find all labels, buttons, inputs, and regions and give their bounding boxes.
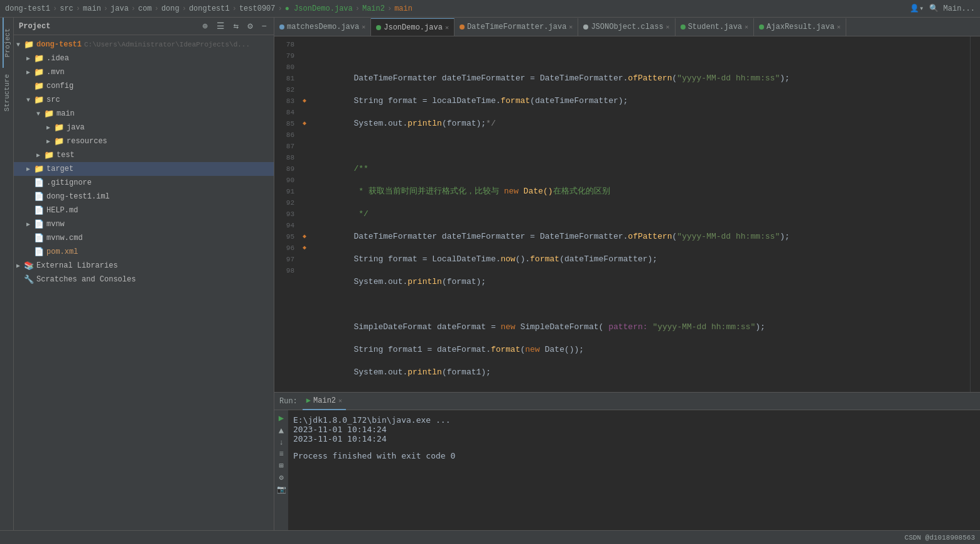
tree-item-src[interactable]: ▼ 📁 src	[14, 93, 274, 107]
breadcrumb-item-file[interactable]: ● JsonDemo.java	[285, 4, 353, 13]
gutter-mark: ◆	[299, 118, 310, 129]
tree-item-root[interactable]: ▼ 📁 dong-test1 C:\Users\Administrator\Id…	[14, 38, 274, 52]
toolbar-collapse-btn[interactable]: ☰	[215, 19, 227, 33]
tree-arrow[interactable]: ▼	[16, 41, 24, 48]
toolbar-add-btn[interactable]: ⊕	[200, 19, 209, 33]
tree-item-pom[interactable]: 📄 pom.xml	[14, 245, 274, 259]
tab-run-main2[interactable]: ▶ Main2 ✕	[303, 393, 346, 410]
tree-item-java[interactable]: ▶ 📁 java	[14, 121, 274, 134]
line-num: 93	[279, 209, 294, 220]
tree-item-idea[interactable]: ▶ 📁 .idea	[14, 52, 274, 65]
tree-arrow[interactable]: ▶	[26, 220, 34, 228]
run-pin-btn[interactable]: ⚙	[279, 473, 283, 482]
tree-arrow[interactable]: ▼	[26, 97, 34, 104]
run-rerun-btn[interactable]: ↓	[279, 438, 283, 447]
sidebar-item-project[interactable]: Project	[3, 18, 11, 68]
output-line-2: 2023-11-01 10:14:24	[293, 434, 975, 443]
tab-close-btn[interactable]: ✕	[837, 23, 841, 31]
run-output: E:\jdk1.8.0_172\bin\java.exe ... 2023-11…	[288, 410, 980, 530]
breadcrumb-sep: ›	[278, 4, 283, 13]
bottom-panel: Run: ▶ Main2 ✕ ▶ ▲ ↓ ≡ ⊞ ⚙ 📷 E	[274, 392, 980, 530]
breadcrumb-item[interactable]: test0907	[239, 4, 276, 13]
tab-matchesdemo[interactable]: matchesDemo.java ✕	[274, 18, 371, 36]
code-line-78	[315, 50, 965, 62]
tab-jsonobject[interactable]: JSONObject.class ✕	[578, 18, 675, 36]
file-md-icon: 📄	[34, 205, 44, 215]
tab-close-btn[interactable]: ✕	[362, 23, 365, 31]
breadcrumb-item[interactable]: Main2	[362, 4, 385, 13]
breadcrumb-item[interactable]: src	[60, 4, 73, 13]
scratches-icon: 🔧	[24, 275, 34, 285]
tab-close-btn[interactable]: ✕	[569, 23, 573, 31]
tab-student[interactable]: Student.java ✕	[676, 18, 754, 36]
breadcrumb-item[interactable]: java	[110, 4, 129, 13]
line-num: 79	[279, 50, 294, 62]
run-play-btn[interactable]: ▶	[279, 413, 284, 423]
scrollbar-track[interactable]	[970, 36, 980, 392]
breadcrumb-item[interactable]: main	[83, 4, 101, 13]
tree-label: .mvn	[46, 68, 65, 77]
tree-item-mvnw-cmd[interactable]: 📄 mvnw.cmd	[14, 231, 274, 245]
tree-item-target[interactable]: ▶ 📁 target	[14, 162, 274, 176]
top-bar-action-icon[interactable]: 👤▾	[910, 4, 923, 13]
tab-ajaxresult[interactable]: AjaxResult.java ✕	[754, 18, 846, 36]
file-xml-icon: 📄	[34, 247, 44, 257]
tree-item-resources[interactable]: ▶ 📁 resources	[14, 134, 274, 148]
tab-datetimeformatter[interactable]: DateTimeFormatter.java ✕	[455, 18, 578, 36]
code-line-80: String format = localDateTime.format(dat…	[315, 95, 965, 107]
tree-item-external-libraries[interactable]: ▶ 📚 External Libraries	[14, 259, 274, 273]
tree-arrow[interactable]: ▶	[46, 124, 54, 131]
breadcrumb-sep: ›	[104, 4, 108, 13]
top-bar-search-icon[interactable]: 🔍	[929, 4, 939, 13]
tree-label: External Libraries	[36, 261, 118, 270]
tree-arrow[interactable]: ▶	[26, 165, 34, 173]
code-line-84: * 获取当前时间并进行格式化，比较与 new Date()在格式化的区别	[315, 186, 965, 197]
gutter-mark	[299, 62, 310, 73]
gutter-mark	[299, 84, 310, 95]
tree-arrow[interactable]: ▶	[46, 138, 54, 145]
tree-arrow[interactable]: ▼	[36, 111, 44, 117]
tree-item-gitignore[interactable]: 📄 .gitignore	[14, 176, 274, 190]
code-content[interactable]: DateTimeFormatter dateTimeFormatter = Da…	[310, 36, 970, 392]
tree-item-config[interactable]: 📁 config	[14, 79, 274, 93]
line-num: 90	[279, 175, 294, 186]
breadcrumb-item[interactable]: dong	[161, 4, 180, 13]
run-stop-btn[interactable]: ▲	[279, 426, 284, 436]
tab-dot	[460, 24, 465, 30]
tree-arrow[interactable]: ▶	[26, 55, 34, 62]
tree-label: config	[46, 82, 73, 90]
toolbar-settings-btn[interactable]: ⚙	[245, 19, 254, 33]
tree-item-scratches[interactable]: 🔧 Scratches and Consoles	[14, 273, 274, 286]
tree-item-iml[interactable]: 📄 dong-test1.iml	[14, 190, 274, 204]
tab-close-btn[interactable]: ✕	[666, 23, 670, 31]
toolbar-expand-btn[interactable]: ⇆	[232, 19, 240, 33]
sidebar-item-structure[interactable]: Structure	[3, 68, 11, 118]
status-right: CSDN @d1018908563	[905, 534, 975, 541]
breadcrumb-item-current[interactable]: main	[394, 4, 412, 13]
tree-item-test[interactable]: ▶ 📁 test	[14, 148, 274, 162]
breadcrumb-sep: ›	[387, 4, 392, 13]
tree-arrow[interactable]: ▶	[26, 68, 34, 76]
bottom-content: ▶ ▲ ↓ ≡ ⊞ ⚙ 📷 E:\jdk1.8.0_172\bin\java.e…	[274, 410, 980, 530]
breadcrumb-item[interactable]: dong-test1	[5, 4, 50, 13]
code-line-91: String format1 = dateFormat.format(new D…	[315, 344, 965, 356]
tree-item-main[interactable]: ▼ 📁 main	[14, 107, 274, 121]
run-camera-btn[interactable]: 📷	[277, 485, 286, 494]
tree-arrow	[26, 193, 34, 200]
run-settings-btn[interactable]: ≡	[279, 450, 283, 459]
run-filter-btn[interactable]: ⊞	[279, 461, 283, 471]
tree-item-mvnw[interactable]: ▶ 📄 mvnw	[14, 217, 274, 231]
run-tab-close[interactable]: ✕	[338, 397, 342, 405]
tab-close-btn[interactable]: ✕	[445, 24, 449, 31]
breadcrumb-item[interactable]: dongtest1	[189, 4, 230, 13]
breadcrumb-item[interactable]: com	[138, 4, 152, 13]
tree-item-help[interactable]: 📄 HELP.md	[14, 204, 274, 217]
tree-arrow[interactable]: ▶	[36, 151, 44, 159]
toolbar-close-btn[interactable]: −	[260, 20, 269, 33]
line-num: 89	[279, 163, 294, 175]
tree-arrow[interactable]: ▶	[16, 262, 24, 269]
line-num: 94	[279, 220, 294, 231]
tab-jsondemo[interactable]: JsonDemo.java ✕	[371, 18, 455, 36]
tree-item-mvn[interactable]: ▶ 📁 .mvn	[14, 65, 274, 79]
tab-close-btn[interactable]: ✕	[745, 23, 748, 31]
